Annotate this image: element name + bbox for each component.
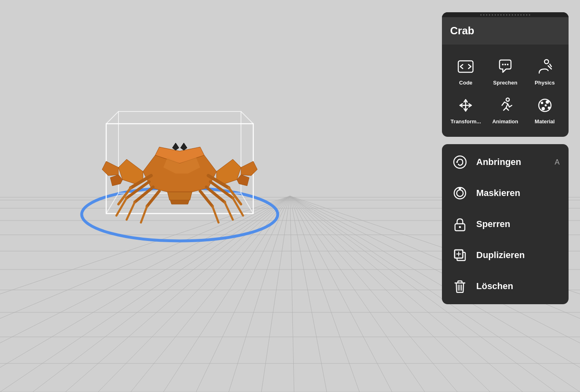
svg-line-63 (141, 206, 147, 223)
loschen-label: Löschen (476, 281, 513, 292)
svg-point-82 (541, 102, 543, 104)
loschen-item[interactable]: Löschen (442, 271, 569, 302)
top-panel: Crab Code (442, 12, 569, 137)
svg-point-84 (548, 107, 550, 109)
svg-marker-55 (237, 175, 249, 186)
svg-line-9 (290, 196, 294, 392)
physics-label: Physics (535, 80, 555, 86)
sperren-item[interactable]: Sperren (442, 209, 569, 240)
animation-button[interactable]: Animation (486, 91, 525, 129)
code-label: Code (459, 80, 473, 86)
svg-point-83 (546, 100, 549, 104)
svg-point-93 (459, 226, 461, 228)
animation-label: Animation (492, 118, 518, 125)
physics-icon (535, 57, 555, 76)
svg-marker-52 (110, 175, 123, 186)
attach-icon (451, 153, 469, 171)
svg-point-76 (502, 64, 504, 65)
svg-marker-51 (102, 161, 118, 176)
material-label: Material (535, 118, 555, 125)
svg-point-78 (507, 64, 509, 65)
svg-point-79 (544, 60, 549, 64)
lock-icon (451, 215, 469, 233)
duplicate-icon (451, 246, 469, 264)
crab-model (94, 114, 265, 237)
svg-marker-49 (167, 192, 192, 200)
material-button[interactable]: Material (525, 91, 564, 129)
svg-line-71 (212, 206, 219, 223)
panel-buttons-grid: Code Sprechen (442, 45, 569, 137)
duplizieren-label: Duplizieren (476, 250, 525, 261)
svg-point-90 (457, 190, 463, 196)
right-panels: Crab Code (442, 12, 569, 304)
anbringen-item[interactable]: Anbringen A (442, 147, 569, 178)
svg-line-61 (127, 202, 135, 220)
svg-point-87 (454, 156, 466, 168)
animation-icon (495, 96, 515, 115)
physics-button[interactable]: Physics (525, 52, 564, 91)
svg-line-70 (200, 191, 212, 206)
anbringen-label: Anbringen (476, 157, 521, 167)
transform-label: Transform... (451, 118, 481, 125)
svg-marker-73 (181, 143, 187, 150)
transform-button[interactable]: Transform... (446, 91, 486, 129)
svg-point-88 (456, 161, 458, 163)
code-button[interactable]: Code (446, 52, 486, 91)
svg-point-85 (542, 107, 545, 110)
svg-marker-72 (172, 143, 179, 150)
svg-point-77 (504, 64, 506, 65)
mask-icon (451, 184, 469, 202)
drag-handle[interactable] (442, 12, 569, 17)
trash-icon (451, 277, 469, 295)
sprechen-button[interactable]: Sprechen (486, 52, 525, 91)
maskieren-label: Maskieren (476, 188, 520, 198)
svg-point-86 (544, 105, 547, 107)
sprechen-label: Sprechen (493, 80, 517, 86)
material-icon (535, 96, 555, 115)
svg-line-13 (290, 196, 425, 392)
bottom-panel: Anbringen A Maskieren (442, 144, 569, 304)
svg-line-14 (290, 196, 457, 392)
panel-title: Crab (450, 24, 560, 37)
transform-icon (456, 96, 475, 115)
sprechen-icon (495, 57, 515, 76)
svg-point-80 (506, 98, 509, 101)
svg-point-91 (459, 187, 461, 190)
duplizieren-item[interactable]: Duplizieren (442, 240, 569, 271)
code-icon (456, 57, 475, 76)
svg-marker-54 (241, 161, 257, 176)
anbringen-shortcut: A (555, 158, 560, 167)
svg-line-10 (290, 196, 327, 392)
maskieren-item[interactable]: Maskieren (442, 178, 569, 209)
panel-header: Crab (442, 17, 569, 45)
svg-line-62 (147, 191, 159, 206)
sperren-label: Sperren (476, 219, 510, 229)
svg-line-69 (225, 202, 233, 220)
